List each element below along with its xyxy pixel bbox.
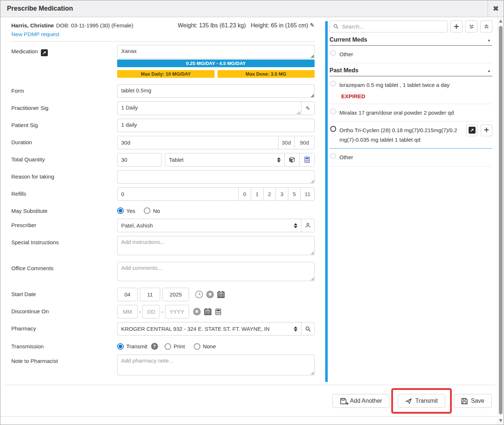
modal-header: Prescribe Medication — [0, 0, 504, 17]
resize-handle[interactable] — [311, 180, 314, 183]
add-med-button[interactable]: + — [450, 20, 462, 32]
discontinue-month-input[interactable] — [117, 305, 138, 318]
past-med-item[interactable]: Miralax 17 gram/dose oral powder 2 powde… — [330, 104, 492, 122]
edit-sig-button[interactable]: ✎ — [301, 102, 314, 115]
refills-quick-11[interactable]: 11 — [300, 188, 314, 200]
radio-icon[interactable] — [330, 81, 336, 87]
save-button[interactable]: Save — [454, 394, 492, 408]
radio-icon[interactable] — [330, 126, 336, 132]
resize-handle[interactable] — [311, 54, 314, 58]
expand-all-button[interactable] — [465, 20, 477, 32]
vertical-scrollbar[interactable] — [497, 17, 504, 425]
transmit-button[interactable]: Transmit — [398, 394, 445, 408]
sort-arrows-icon — [294, 326, 297, 332]
prescriber-select[interactable]: Patel, Ashish — [118, 219, 301, 232]
collapse-section-icon[interactable]: ▲ — [487, 69, 491, 73]
edit-vitals-icon[interactable]: ✎ — [310, 22, 315, 28]
plus-icon: + — [454, 22, 459, 31]
duration-quick-90d[interactable]: 90d — [294, 136, 314, 149]
prescriber-user-button[interactable] — [301, 219, 314, 232]
meds-search-field[interactable] — [330, 20, 447, 32]
form-input[interactable]: tablet 0.5mg — [117, 84, 315, 98]
dispense-unit-button[interactable] — [284, 153, 299, 166]
pharmacy-note-input[interactable] — [117, 355, 315, 375]
refills-quick-0[interactable]: 0 — [238, 188, 251, 200]
collapse-all-button[interactable] — [480, 20, 492, 32]
refills-input[interactable] — [118, 188, 238, 200]
max-dose-badge: Max Dose: 3.5 MG — [218, 70, 315, 78]
resize-handle[interactable] — [297, 111, 300, 114]
paper-plane-icon — [405, 398, 412, 405]
scrollbar-thumb[interactable] — [499, 26, 503, 414]
past-med-other[interactable]: Other — [330, 149, 492, 166]
refills-quick-3[interactable]: 3 — [276, 188, 288, 200]
start-month-input[interactable] — [117, 288, 138, 301]
past-meds-header: Past Meds ▲ — [330, 63, 492, 76]
add-another-button[interactable]: + Add Another — [332, 394, 389, 408]
external-link-icon[interactable]: ↗ — [41, 49, 48, 56]
close-button[interactable]: ✖ — [488, 0, 504, 17]
prescribe-medication-modal: Prescribe Medication ✖ Harris, Christine… — [0, 0, 504, 425]
calendar-icon[interactable] — [217, 291, 225, 298]
patient-height: Height: 65 in (165 cm) — [251, 22, 308, 29]
discontinue-day-input[interactable] — [142, 305, 160, 318]
scroll-down-arrow[interactable] — [499, 419, 503, 422]
refills-quick-1[interactable]: 1 — [251, 188, 263, 200]
pharmacy-search-button[interactable] — [301, 322, 314, 335]
radio-icon — [165, 343, 171, 350]
refills-quick-2[interactable]: 2 — [263, 188, 276, 200]
resize-handle[interactable] — [311, 94, 314, 97]
collapse-section-icon[interactable]: ▲ — [487, 38, 491, 42]
duration-label: Duration — [11, 136, 117, 149]
resize-handle[interactable] — [311, 277, 314, 280]
office-comments-label: Office Comments — [11, 262, 117, 281]
transmission-transmit-option[interactable]: Transmit — [117, 343, 147, 350]
radio-icon[interactable] — [330, 50, 336, 56]
clear-date-icon[interactable]: ✖ — [206, 291, 214, 298]
meds-search-input[interactable] — [341, 23, 444, 30]
duration-calculator-icon[interactable] — [215, 309, 222, 315]
resize-handle[interactable] — [311, 251, 314, 254]
clock-icon[interactable] — [195, 291, 203, 298]
panel-divider — [325, 21, 328, 382]
special-instructions-label: Special Instructions — [11, 236, 117, 255]
patient-weight: Weight: 135 lbs (61.23 kg) — [178, 22, 246, 29]
past-med-item-selected[interactable]: Ortho Tri-Cyclen (28) 0.18 mg(7)/0.215mg… — [330, 122, 492, 149]
substitute-no-option[interactable]: No — [144, 207, 160, 214]
medication-input[interactable]: Xanax — [117, 45, 315, 58]
divider — [0, 416, 497, 417]
transmission-none-option[interactable]: None — [194, 343, 216, 350]
duration-input[interactable] — [118, 136, 278, 149]
start-year-input[interactable] — [162, 288, 189, 301]
total-quantity-input[interactable] — [117, 153, 162, 166]
quantity-calculator-button[interactable] — [299, 153, 314, 166]
page-title: Prescribe Medication — [7, 5, 73, 12]
radio-icon[interactable] — [330, 108, 336, 114]
special-instructions-input[interactable] — [117, 236, 315, 255]
add-this-med-button[interactable]: + — [481, 125, 492, 136]
current-med-other[interactable]: Other — [330, 46, 492, 63]
open-med-button[interactable]: ↗ — [466, 125, 478, 136]
patient-sig-input[interactable]: 1 daily — [117, 119, 315, 132]
office-comments-input[interactable] — [117, 262, 315, 281]
clear-date-icon[interactable]: ✖ — [193, 308, 201, 315]
start-day-input[interactable] — [140, 288, 160, 301]
pdmp-request-link[interactable]: New PDMP request — [11, 31, 59, 37]
pharmacy-select[interactable]: KROGER CENTRAL 932 - 324 E. STATE ST. FT… — [118, 322, 301, 335]
refills-quick-5[interactable]: 5 — [288, 188, 300, 200]
resize-handle[interactable] — [311, 371, 314, 375]
practitioner-sig-input[interactable]: 1 Daily — [118, 102, 301, 115]
may-substitute-label: May Substitute — [11, 204, 117, 214]
radio-icon[interactable] — [330, 153, 336, 159]
substitute-yes-option[interactable]: Yes — [117, 207, 135, 214]
past-med-item[interactable]: lorazepam 0.5 mg tablet , 1 tablet twice… — [330, 76, 492, 104]
quantity-unit-select[interactable]: Tablet — [165, 153, 284, 166]
duration-quick-30d[interactable]: 30d — [278, 136, 294, 149]
transmission-print-option[interactable]: Print — [165, 343, 185, 350]
reason-input[interactable] — [117, 170, 315, 184]
help-icon[interactable]: ? — [151, 343, 158, 350]
scroll-up-arrow[interactable] — [499, 19, 503, 23]
discontinue-year-input[interactable] — [165, 305, 189, 318]
calendar-icon[interactable] — [204, 308, 212, 315]
divider — [11, 41, 315, 42]
